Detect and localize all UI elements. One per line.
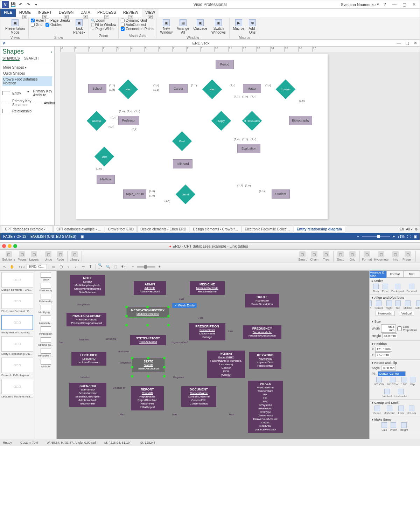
zoom-icon[interactable] [13,244,17,248]
page-width-button[interactable]: ↔ Page Width [91,27,117,31]
chevron-right-icon[interactable]: › [21,265,22,269]
qat-dropdown-icon[interactable]: ▾ [33,1,40,8]
page-tab[interactable]: CPT databases example - … [53,226,104,233]
entity-note[interactable]: NOTENoteIDMultidisciplinaryNoteGropuMemb… [70,275,105,296]
selection-handle[interactable] [167,324,170,326]
thumbnail[interactable]: ▢▢▢Example E-R diagram e… [1,358,33,377]
cascade-button[interactable]: ▣Cascade [192,19,209,31]
save-icon[interactable]: 💾 [9,1,16,8]
eye-icon[interactable]: 👁 [120,264,126,270]
relation-post[interactable]: Post [175,134,189,148]
zoom-minus-icon[interactable]: − [130,264,136,270]
inspector-180--button[interactable]: 180° [401,377,407,386]
inspector-flip-button[interactable]: Flip [410,377,415,386]
selection-handle[interactable] [147,357,149,359]
toolbar-library-button[interactable]: ▢Library [70,251,79,261]
zoom-level[interactable]: 71% [398,235,405,238]
macros-button[interactable]: ▶Macros [232,19,246,31]
inspector-group-button[interactable]: Group [373,406,381,415]
toolbar-present-button[interactable]: ▢Present [402,251,413,261]
relation-apply[interactable]: Apply [214,114,228,128]
toolbar-info-button[interactable]: ▢Info [391,251,400,261]
redo-icon[interactable]: ↷ [25,1,32,8]
thumbnail[interactable]: ▢▢▢Lecturers-students rela… [1,379,33,398]
entity-career[interactable]: Career [169,84,188,93]
undo-icon[interactable]: ↶ [17,1,24,8]
hand-tool-icon[interactable]: ✋ [9,264,15,270]
relation-has1[interactable]: Has [121,82,135,96]
tab-view[interactable]: VIEWW [142,9,159,17]
entity-mailbox[interactable]: Mailbox [97,175,115,184]
thumbnail[interactable]: ▢▢▢Electronic Facsimile Co… [1,293,33,313]
angle-field[interactable]: 0.00 rad [381,366,396,371]
quick-shapes-link[interactable]: Quick Shapes [2,70,52,76]
text-tool-icon[interactable]: T [88,264,94,270]
selection-handle[interactable] [125,324,128,326]
toolbar-tree-button[interactable]: ▢Tree [321,251,331,261]
inspector-left-button[interactable]: Left [369,300,372,310]
task-panes-button[interactable]: ▣TaskPanes▾ [72,19,86,35]
toolbar-grid-button[interactable]: ▢Grid [348,251,357,261]
page-tab[interactable]: Design elements - Crow's f… [190,226,241,233]
ruler-checkbox[interactable]: Ruler [31,19,44,22]
tab-insert[interactable]: INSERTN [34,9,55,17]
toolbar-layers-button[interactable]: ▢Layers [29,251,39,261]
tab-file[interactable]: FILE [0,9,16,17]
rrect-tool-icon[interactable]: ▢ [58,264,64,270]
arrange-all-button[interactable]: ▦Arrange All [175,19,191,35]
stencil-item[interactable]: Attribute [36,359,56,368]
rect-tool-icon[interactable]: ▭ [51,264,57,270]
more-shapes-link[interactable]: More Shapes ▸ [2,64,52,70]
inspector-height-button[interactable]: Height [400,422,408,431]
inspector-front-button[interactable]: Front [382,284,388,293]
inspector-forward-button[interactable]: Forward [406,284,416,293]
selection-handle[interactable] [163,375,166,378]
maximize-icon[interactable]: ▢ [400,1,408,8]
search-tab[interactable]: SEARCH [24,56,38,61]
status-zoom[interactable]: Custom 70% [20,441,38,444]
help-icon[interactable]: ? [380,1,389,8]
stencil-item[interactable]: Participation [36,326,56,335]
stencil-item[interactable]: Associativ… [36,316,56,324]
relation-has2[interactable]: Has [205,82,219,96]
entity-topic_forum[interactable]: Topic_Forum [123,189,146,199]
minimize-icon[interactable]: — [390,1,399,8]
entity-statehist[interactable]: STETEHISTORYTimeActivated [130,335,166,345]
page-tab[interactable]: Electronic Facsimile Collec… [241,226,293,233]
page-tab[interactable]: Entity relationship diagram [294,226,345,233]
selection-handle[interactable] [146,306,149,308]
entity-billboard[interactable]: Billboard [173,159,192,168]
fit-page-icon[interactable]: ⛶ [407,235,411,238]
entity-lecturer[interactable]: LECTURERLecturerIDLecturerPassword [71,352,106,366]
entity-school[interactable]: School [88,84,106,93]
stencil-entity[interactable]: Entity [2,88,21,98]
guides-checkbox[interactable]: Guides [46,23,70,27]
entity-state[interactable]: STATEStateIDStateDescription [132,358,164,372]
crows-foot-link[interactable]: Crow's Foot Database Notation [2,76,52,86]
zoom-slider[interactable] [362,236,390,237]
toolbar-format-button[interactable]: ▢Format [362,251,372,261]
inspector-ungroup-button[interactable]: UnGroup [384,406,395,415]
diagram-page[interactable]: PeriodSchoolCareerMatterBibliographyProf… [76,54,328,219]
inspector-right-button[interactable]: Right [386,300,392,310]
entity-medicine[interactable]: MEDICINEMedicineBarCodeMedicineName [190,281,225,295]
toolbar-hypernote-button[interactable]: ▢Hypernote [374,251,388,261]
fullscreen-icon[interactable]: ▣ [414,235,417,238]
stencil-pk-separator[interactable]: Primary Key Separator [2,98,31,108]
inspector-width-button[interactable]: Width [390,422,397,431]
thumbnail[interactable]: ▢▢▢Entity-Relationship Dia… [1,336,33,355]
entity-admin[interactable]: ADMINAdminIDAdminPassword [134,281,166,295]
stencil-item[interactable]: Relationship [36,294,56,303]
inspector-vertical-button[interactable]: Vertical [383,389,392,398]
pointer-tool-icon[interactable]: ↖ [1,264,8,270]
line-tool-icon[interactable]: / [73,264,79,270]
toolbar-chain-button[interactable]: ▢Chain [309,251,319,261]
stencils-tab[interactable]: STENCILS [2,56,20,61]
tab-home[interactable]: HOMEH [16,9,34,17]
dynamic-grid-checkbox[interactable]: Dynamic Grid [121,19,154,22]
thumbnail[interactable]: ▢▢▢Design elements - Crow… [1,272,33,291]
vertical-select[interactable]: Vertical [399,311,414,316]
inspector-center-button[interactable]: Center [374,300,383,310]
inspector-unlock-button[interactable]: UnLock [407,406,416,415]
inspector-size-button[interactable]: Size [382,422,387,431]
